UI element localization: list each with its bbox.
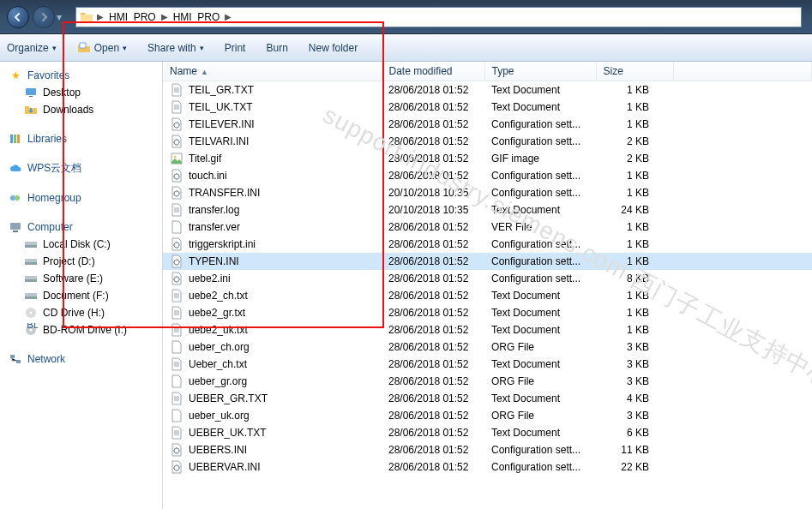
- file-size: 6 KB: [596, 424, 673, 441]
- file-size: 8 KB: [596, 270, 673, 287]
- svg-rect-1: [29, 96, 33, 97]
- burn-button[interactable]: Burn: [266, 42, 287, 54]
- navigation-pane: ★ Favorites DesktopDownloads Libraries W…: [0, 62, 163, 509]
- file-name: uebe2_uk.txt: [189, 324, 248, 336]
- file-size: 4 KB: [596, 390, 673, 407]
- file-name: ueber_ch.org: [189, 341, 250, 353]
- open-label: Open: [94, 42, 119, 54]
- open-button[interactable]: Open: [77, 41, 127, 55]
- col-type[interactable]: Type: [484, 62, 596, 81]
- drive-icon: [24, 306, 38, 320]
- sidebar-item-drive[interactable]: Local Disk (C:): [0, 236, 162, 253]
- file-row[interactable]: uebe2_gr.txt28/06/2018 01:52Text Documen…: [163, 304, 812, 321]
- col-name[interactable]: Name▲: [163, 62, 382, 81]
- computer-icon: [9, 220, 22, 234]
- svg-rect-13: [25, 262, 37, 265]
- homegroup-group[interactable]: Homegroup: [0, 189, 162, 207]
- favorites-group[interactable]: ★ Favorites: [0, 67, 162, 84]
- file-icon: [170, 186, 183, 200]
- file-size: 1 KB: [596, 253, 673, 270]
- file-size: 2 KB: [596, 150, 673, 167]
- file-row[interactable]: uebe2_ch.txt28/06/2018 01:52Text Documen…: [163, 287, 812, 304]
- sidebar-item-drive[interactable]: Project (D:): [0, 253, 162, 270]
- file-size: 1 KB: [596, 184, 673, 201]
- file-name: transfer.ver: [189, 221, 240, 233]
- file-date: 28/06/2018 01:52: [382, 270, 484, 287]
- file-type: ORG File: [484, 373, 596, 390]
- file-type: Text Document: [484, 390, 596, 407]
- share-menu[interactable]: Share with: [147, 42, 204, 54]
- file-date: 28/06/2018 01:52: [382, 338, 484, 356]
- file-row[interactable]: TEIL_GR.TXT28/06/2018 01:52Text Document…: [163, 81, 812, 99]
- file-icon: [170, 83, 183, 97]
- sidebar-item[interactable]: Desktop: [0, 84, 162, 101]
- file-date: 28/06/2018 01:52: [382, 81, 484, 99]
- file-name: ueber_gr.org: [189, 375, 247, 387]
- col-size[interactable]: Size: [596, 62, 673, 81]
- file-size: 1 KB: [596, 236, 673, 253]
- file-name: Titel.gif: [189, 153, 221, 165]
- file-row[interactable]: UEBERS.INI28/06/2018 01:52Configuration …: [163, 441, 812, 458]
- file-name: TEILVARI.INI: [189, 135, 249, 147]
- file-type: Text Document: [484, 304, 596, 321]
- file-icon: [170, 100, 183, 114]
- col-date[interactable]: Date modified: [382, 62, 484, 81]
- file-row[interactable]: ueber_ch.org28/06/2018 01:52ORG File3 KB: [163, 338, 812, 356]
- history-dropdown[interactable]: ▾: [57, 9, 69, 26]
- svg-rect-4: [17, 135, 20, 143]
- file-row[interactable]: transfer.log20/10/2018 10:35Text Documen…: [163, 201, 812, 219]
- file-row[interactable]: Titel.gif28/06/2018 01:52GIF image2 KB: [163, 150, 812, 167]
- file-size: 1 KB: [596, 321, 673, 338]
- file-date: 28/06/2018 01:52: [382, 116, 484, 133]
- file-row[interactable]: Ueber_ch.txt28/06/2018 01:52Text Documen…: [163, 356, 812, 373]
- sidebar-item-drive[interactable]: Document (F:): [0, 287, 162, 304]
- sidebar-item-drive[interactable]: CD Drive (H:): [0, 304, 162, 321]
- file-row[interactable]: triggerskript.ini28/06/2018 01:52Configu…: [163, 236, 812, 253]
- organize-menu[interactable]: Organize: [7, 42, 57, 54]
- file-type: Text Document: [484, 287, 596, 304]
- wps-group[interactable]: WPS云文档: [0, 159, 162, 177]
- file-type: Configuration sett...: [484, 270, 596, 287]
- file-type: Text Document: [484, 321, 596, 338]
- new-folder-button[interactable]: New folder: [309, 42, 358, 54]
- breadcrumb-item[interactable]: HMI_PRO: [171, 11, 222, 23]
- address-bar[interactable]: ▶ HMI_PRO ▶ HMI_PRO ▶: [75, 7, 802, 27]
- file-size: 3 KB: [596, 373, 673, 390]
- file-row[interactable]: uebe2_uk.txt28/06/2018 01:52Text Documen…: [163, 321, 812, 338]
- file-date: 28/06/2018 01:52: [382, 373, 484, 390]
- file-row[interactable]: TEILVARI.INI28/06/2018 01:52Configuratio…: [163, 133, 812, 150]
- file-row[interactable]: UEBER_GR.TXT28/06/2018 01:52Text Documen…: [163, 390, 812, 407]
- file-icon: [170, 426, 183, 440]
- file-date: 28/06/2018 01:52: [382, 253, 484, 270]
- file-row[interactable]: uebe2.ini28/06/2018 01:52Configuration s…: [163, 270, 812, 287]
- computer-group[interactable]: Computer: [0, 219, 162, 236]
- svg-rect-19: [25, 296, 37, 299]
- file-row[interactable]: TYPEN.INI28/06/2018 01:52Configuration s…: [163, 253, 812, 270]
- file-row[interactable]: UEBERVAR.INI28/06/2018 01:52Configuratio…: [163, 458, 812, 476]
- libraries-group[interactable]: Libraries: [0, 130, 162, 147]
- back-button[interactable]: [7, 6, 29, 28]
- file-row[interactable]: UEBER_UK.TXT28/06/2018 01:52Text Documen…: [163, 424, 812, 441]
- forward-button[interactable]: [33, 6, 55, 28]
- svg-rect-26: [10, 355, 15, 358]
- file-row[interactable]: transfer.ver28/06/2018 01:52VER File1 KB: [163, 219, 812, 236]
- file-table: Name▲ Date modified Type Size TEIL_GR.TX…: [163, 62, 812, 476]
- file-row[interactable]: TEIL_UK.TXT28/06/2018 01:52Text Document…: [163, 99, 812, 116]
- file-row[interactable]: TRANSFER.INI20/10/2018 10:35Configuratio…: [163, 184, 812, 201]
- sidebar-item[interactable]: Downloads: [0, 101, 162, 118]
- sidebar-item-label: Downloads: [43, 104, 93, 116]
- file-row[interactable]: TEILEVER.INI28/06/2018 01:52Configuratio…: [163, 116, 812, 133]
- print-button[interactable]: Print: [225, 42, 246, 54]
- sidebar-item-drive[interactable]: Software (E:): [0, 270, 162, 287]
- network-group[interactable]: Network: [0, 350, 162, 368]
- file-icon: [170, 254, 183, 268]
- homegroup-label: Homegroup: [27, 192, 81, 204]
- file-row[interactable]: ueber_uk.org28/06/2018 01:52ORG File3 KB: [163, 407, 812, 424]
- file-size: 1 KB: [596, 304, 673, 321]
- file-size: 3 KB: [596, 338, 673, 356]
- file-date: 28/06/2018 01:52: [382, 356, 484, 373]
- file-row[interactable]: touch.ini28/06/2018 01:52Configuration s…: [163, 167, 812, 184]
- breadcrumb-item[interactable]: HMI_PRO: [107, 11, 158, 23]
- file-row[interactable]: ueber_gr.org28/06/2018 01:52ORG File3 KB: [163, 373, 812, 390]
- sidebar-item-drive[interactable]: BDBD-ROM Drive (I:): [0, 321, 162, 338]
